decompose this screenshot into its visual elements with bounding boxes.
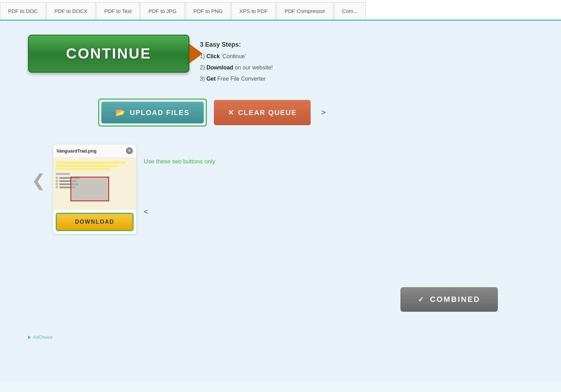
file-card: VanguardTrad.png ✕	[53, 144, 137, 234]
nav-tabs: PDF to DOC PDF to DOCX PDF to Text PDF t…	[0, 0, 561, 21]
combined-section: ✓ COMBINED	[400, 287, 498, 312]
clear-icon: ✕	[228, 108, 235, 117]
check-icon: ✓	[418, 295, 425, 304]
continue-section: CONTINUE 3 Easy Steps: 1) Click 'Continu…	[28, 35, 540, 85]
download-btn-wrapper: DOWNLOAD	[56, 213, 134, 231]
file-card-header: VanguardTrad.png ✕	[53, 144, 136, 157]
step1-text: 1) Click 'Continue'	[200, 51, 273, 62]
adchoice-label: AdChoice	[33, 334, 53, 340]
step3-text: 3) Get Free File Converter	[200, 73, 273, 85]
preview-highlight	[70, 177, 109, 201]
chevron-right-icon: >	[321, 108, 326, 117]
tab-pdf-to-docx[interactable]: PDF to DOCX	[46, 2, 95, 20]
continue-arrow	[189, 44, 203, 63]
upload-btn-wrapper: 📂 UPLOAD FILES	[98, 99, 207, 127]
file-preview	[53, 157, 136, 210]
action-section: 📂 UPLOAD FILES ✕ CLEAR QUEUE >	[98, 99, 540, 127]
adchoice-icon	[28, 336, 31, 339]
preview-lines	[56, 162, 134, 170]
file-name: VanguardTrad.png	[56, 148, 96, 154]
continue-button[interactable]: CONTINUE	[28, 35, 189, 73]
steps-text: 3 Easy Steps: 1) Click 'Continue' 2) Dow…	[200, 35, 273, 85]
tab-pdf-to-png[interactable]: PDF to PNG	[185, 2, 231, 20]
tab-pdf-to-doc[interactable]: PDF to DOC	[0, 2, 46, 20]
clear-queue-button[interactable]: ✕ CLEAR QUEUE	[214, 100, 311, 125]
clear-queue-label: CLEAR QUEUE	[238, 109, 297, 117]
folder-icon: 📂	[115, 108, 126, 117]
tab-pdf-to-jpg[interactable]: PDF to JPG	[140, 2, 184, 20]
upload-files-label: UPLOAD FILES	[130, 109, 190, 117]
combined-button[interactable]: ✓ COMBINED	[400, 287, 498, 312]
tab-pdf-to-text[interactable]: PDF to Text	[96, 2, 140, 20]
tab-xps-to-pdf[interactable]: XPS to PDF	[231, 2, 276, 20]
hint-text: Use these two buttons only	[144, 148, 215, 165]
step2-text: 2) Download on our website!	[200, 62, 273, 73]
combined-label: COMBINED	[430, 295, 480, 304]
steps-title: 3 Easy Steps:	[200, 38, 273, 51]
main-content: CONTINUE 3 Easy Steps: 1) Click 'Continu…	[0, 21, 561, 382]
upload-files-button[interactable]: 📂 UPLOAD FILES	[101, 102, 204, 123]
nav-arrow-left[interactable]: ❮	[32, 172, 46, 189]
chevron-small-left: <	[144, 207, 215, 216]
tab-pdf-compressor[interactable]: PDF Compressor	[277, 2, 333, 20]
tab-combine[interactable]: Com...	[334, 2, 366, 20]
download-button[interactable]: DOWNLOAD	[57, 214, 133, 230]
adchoice[interactable]: AdChoice	[28, 334, 53, 340]
file-close-button[interactable]: ✕	[126, 147, 133, 154]
